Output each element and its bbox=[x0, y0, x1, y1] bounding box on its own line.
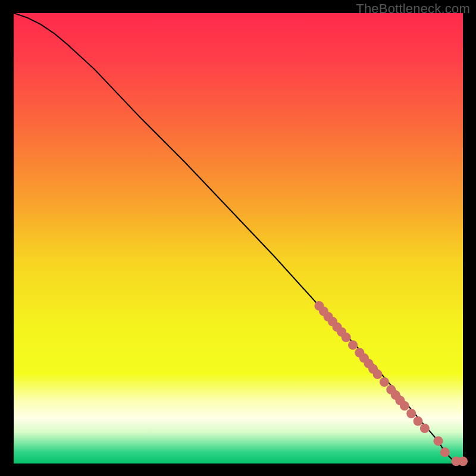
scatter-dot bbox=[414, 416, 423, 426]
chart-frame: { "watermark": "TheBottleneck.com", "cha… bbox=[0, 0, 476, 476]
scatter-dot bbox=[420, 424, 430, 433]
scatter-dot bbox=[400, 401, 409, 411]
scatter-dot bbox=[433, 436, 443, 446]
scatter-dot bbox=[406, 409, 416, 418]
watermark-text: TheBottleneck.com bbox=[356, 1, 470, 17]
scatter-dot bbox=[373, 369, 383, 379]
chart-plot bbox=[0, 0, 476, 476]
scatter-dot bbox=[348, 340, 358, 350]
scatter-dot bbox=[440, 447, 450, 457]
scatter-dot bbox=[380, 377, 389, 387]
scatter-dot bbox=[458, 456, 468, 466]
scatter-dot bbox=[342, 333, 351, 342]
